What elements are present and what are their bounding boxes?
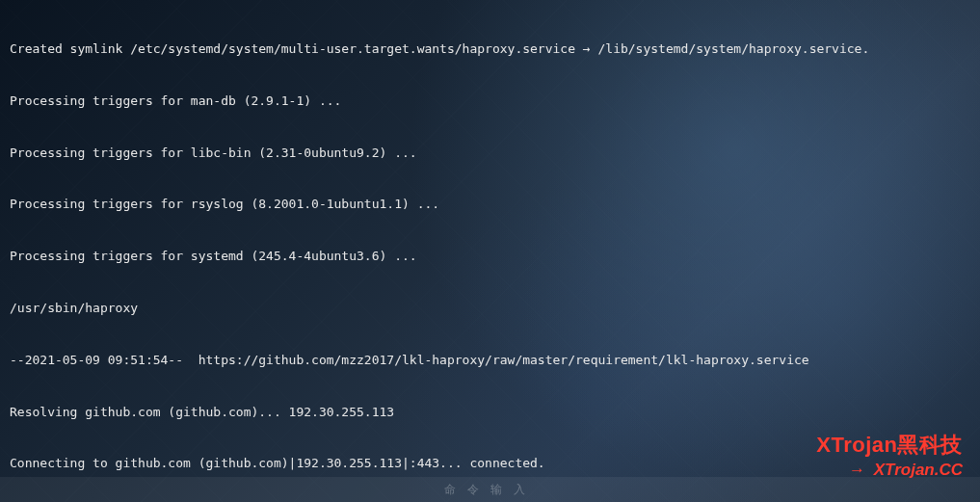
terminal-line: Processing triggers for man-db (2.9.1-1)… (10, 92, 970, 110)
terminal-line: Processing triggers for rsyslog (8.2001.… (10, 196, 970, 213)
terminal-line: --2021-05-09 09:51:54-- https://github.c… (10, 352, 970, 369)
terminal-line: Created symlink /etc/systemd/system/mult… (10, 40, 970, 58)
terminal-line: Processing triggers for systemd (245.4-4… (10, 248, 970, 265)
watermark: XTrojan黑科技 → XTrojan.CC (816, 431, 963, 481)
command-input-placeholder: 命令输入 (12, 482, 968, 498)
terminal-line: Resolving github.com (github.com)... 192… (10, 404, 970, 421)
watermark-line1: XTrojan黑科技 (816, 431, 963, 460)
terminal-line: Processing triggers for libc-bin (2.31-0… (10, 145, 970, 162)
terminal-line: /usr/sbin/haproxy (10, 300, 970, 317)
watermark-url: XTrojan.CC (869, 461, 963, 479)
arrow-icon: → (849, 461, 865, 479)
watermark-line2: → XTrojan.CC (816, 459, 963, 481)
terminal-output[interactable]: Created symlink /etc/systemd/system/mult… (0, 0, 980, 502)
